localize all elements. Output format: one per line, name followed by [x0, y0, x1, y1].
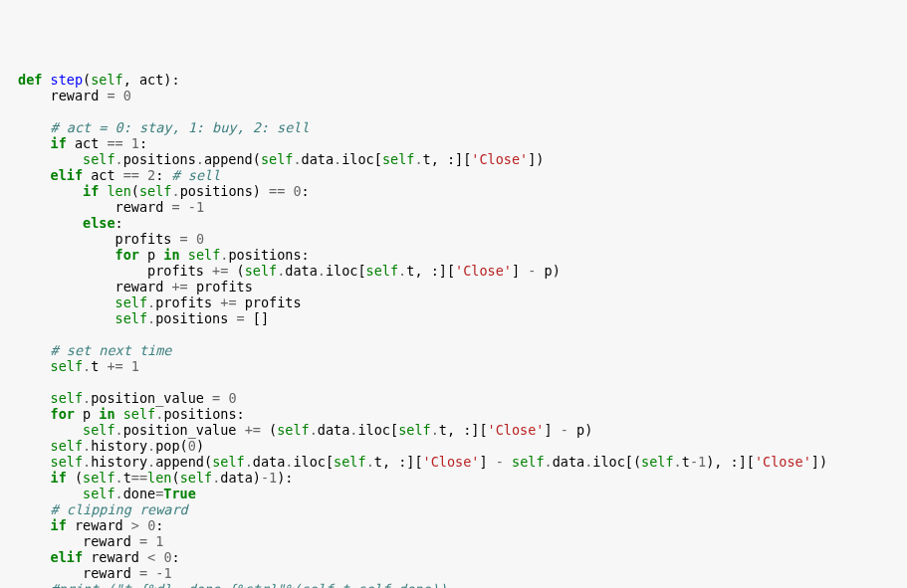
- attr: positions: [123, 151, 196, 167]
- kw: if: [51, 135, 67, 151]
- attr: data: [220, 470, 253, 486]
- attr: data: [253, 454, 286, 470]
- num: 1: [698, 454, 706, 470]
- kw: if: [51, 517, 67, 533]
- op: .: [674, 454, 682, 470]
- self: self: [212, 454, 245, 470]
- var: act: [91, 167, 114, 183]
- op: -: [496, 454, 504, 470]
- builtin: len: [147, 470, 171, 486]
- op: .: [147, 454, 155, 470]
- attr: iloc: [326, 263, 358, 279]
- comment-actmap: # act = 0: stay, 1: buy, 2: sell: [51, 119, 310, 135]
- self: self: [139, 183, 172, 199]
- op: .: [147, 438, 155, 454]
- comment-clip: # clipping reward: [51, 501, 188, 517]
- kw: in: [99, 406, 114, 422]
- bool: True: [163, 486, 196, 501]
- op: ==: [269, 183, 285, 199]
- var: p: [544, 263, 552, 279]
- var: profits: [147, 263, 204, 279]
- attr: data: [285, 263, 318, 279]
- attr: t: [123, 470, 131, 486]
- kw: if: [83, 183, 99, 199]
- func-name: step: [51, 72, 84, 88]
- attr: data: [553, 454, 585, 470]
- op: .: [431, 422, 439, 438]
- code-block: def step(self, act): reward = 0 # act = …: [18, 72, 907, 588]
- op: .: [83, 438, 91, 454]
- op: =: [139, 565, 147, 581]
- kw: elif: [51, 549, 84, 565]
- self: self: [512, 454, 545, 470]
- op: .: [83, 454, 91, 470]
- self: self: [83, 486, 115, 501]
- op: =: [171, 199, 179, 215]
- op: +=: [212, 263, 228, 279]
- attr: data: [318, 422, 350, 438]
- meth: append: [155, 454, 204, 470]
- attr: t: [374, 454, 382, 470]
- var: reward: [51, 88, 100, 103]
- var: p: [83, 406, 91, 422]
- self: self: [641, 454, 674, 470]
- op: .: [318, 263, 326, 279]
- self: self: [115, 294, 148, 310]
- self: self: [51, 438, 84, 454]
- self: self: [83, 422, 115, 438]
- op: <: [147, 549, 155, 565]
- op: .: [366, 454, 374, 470]
- attr: t: [439, 422, 447, 438]
- op: .: [310, 422, 318, 438]
- attr: position_value: [123, 422, 237, 438]
- comment-print: #print ("t={%d}, done={%str}"%(self.t,se…: [51, 581, 447, 588]
- attr: positions: [155, 310, 228, 326]
- kw: if: [51, 470, 67, 486]
- op: ==: [131, 470, 147, 486]
- comment-next: # set next time: [51, 342, 172, 358]
- kw: else: [83, 215, 115, 231]
- self: self: [382, 151, 415, 167]
- var: reward: [83, 565, 131, 581]
- op: .: [414, 151, 422, 167]
- op: >: [131, 517, 139, 533]
- self: self: [115, 310, 148, 326]
- op: +=: [245, 422, 261, 438]
- attr: iloc: [341, 151, 374, 167]
- op: +=: [171, 279, 187, 294]
- self: self: [366, 263, 399, 279]
- kw: in: [163, 247, 179, 263]
- op: .: [147, 310, 155, 326]
- self: self: [245, 263, 278, 279]
- op: -: [561, 422, 568, 438]
- num: 0: [196, 231, 204, 247]
- var: reward: [91, 549, 139, 565]
- op: .: [171, 183, 179, 199]
- num: 0: [163, 549, 171, 565]
- op: =: [237, 310, 245, 326]
- kw: for: [115, 247, 139, 263]
- op: .: [334, 151, 341, 167]
- str: 'Close': [755, 454, 811, 470]
- num: 1: [163, 565, 171, 581]
- var: reward: [83, 533, 131, 549]
- self: self: [180, 470, 213, 486]
- op: ==: [107, 135, 122, 151]
- op: -: [528, 263, 536, 279]
- op: .: [293, 151, 301, 167]
- op: =: [180, 231, 188, 247]
- attr: position_value: [91, 390, 204, 406]
- var: reward: [75, 517, 123, 533]
- op: =: [212, 390, 220, 406]
- attr: profits: [155, 294, 212, 310]
- attr: t: [423, 151, 431, 167]
- var: act: [75, 135, 99, 151]
- op: -: [188, 199, 196, 215]
- op: .: [83, 358, 91, 374]
- attr: data: [302, 151, 335, 167]
- op: .: [115, 422, 123, 438]
- op: -: [261, 470, 269, 486]
- attr: t: [91, 358, 99, 374]
- var: profits: [115, 231, 172, 247]
- str: 'Close': [455, 263, 512, 279]
